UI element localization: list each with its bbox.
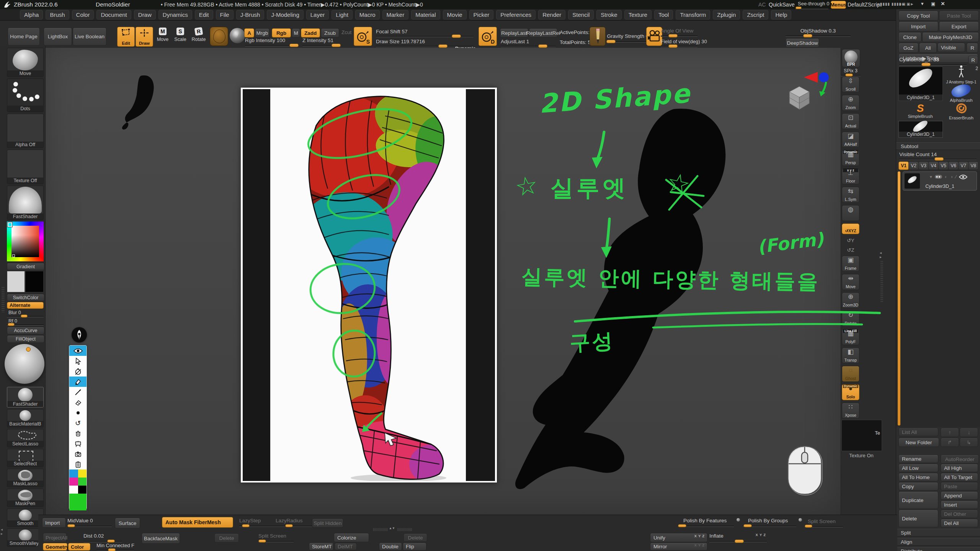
shelf-l-sym[interactable]: ⇆ L.Sym xyxy=(842,187,859,203)
storemt-button[interactable]: StoreMT xyxy=(309,543,333,551)
menu-item-dynamics[interactable]: Dynamics xyxy=(158,10,192,20)
unify-xyz[interactable]: X Y Z xyxy=(694,534,705,538)
obj-shadow-slider[interactable]: ObjShadow 0.3 xyxy=(786,28,851,36)
current-material-thumb-button[interactable]: FastShader xyxy=(7,186,44,220)
current-stroke-button[interactable]: Dots xyxy=(7,78,44,112)
menu-item-marker[interactable]: Marker xyxy=(382,10,409,20)
tab-v7[interactable]: V7 xyxy=(958,161,969,170)
shelf-xpose[interactable]: ∷ Xpose xyxy=(842,403,859,419)
shelf-move[interactable]: ⇹ Move xyxy=(842,274,859,290)
blur-slider[interactable]: Blur 0 xyxy=(7,310,44,317)
gutter-divider-arrows[interactable]: ◂▸ xyxy=(880,251,882,259)
visibility-eye-icon[interactable] xyxy=(959,174,967,179)
light-sphere[interactable] xyxy=(5,344,44,384)
sv-square[interactable] xyxy=(11,226,39,257)
shelf-xyz[interactable]: ↺XYZ xyxy=(842,223,859,234)
duplicate-button[interactable]: Duplicate xyxy=(898,491,938,509)
tool-alphabrush[interactable]: AlphaBrush xyxy=(944,85,979,104)
active-tool-r-button[interactable]: R xyxy=(968,56,978,64)
lightbox-button[interactable]: LightBox xyxy=(44,28,72,46)
active-tool-slider[interactable]: Cylinder3D_1. 33 xyxy=(899,57,977,65)
visible-count-slider[interactable]: Visible Count 14 xyxy=(899,152,977,159)
spix-slider[interactable]: SPix 3 xyxy=(841,68,861,76)
import-tool-button[interactable]: Import xyxy=(898,21,938,31)
fillobject-button[interactable]: FillObject xyxy=(7,335,44,343)
color-a-button[interactable]: A xyxy=(244,28,254,37)
current-material-button[interactable] xyxy=(210,27,228,46)
subtool-up-button[interactable]: ↑ xyxy=(941,428,959,437)
menus-toggle-button[interactable]: Menus xyxy=(831,1,846,9)
projectall-button[interactable]: ProjectAll xyxy=(43,533,67,542)
marker-tool-button[interactable] xyxy=(69,377,87,387)
shelf-transp[interactable]: ◧ Transp xyxy=(842,347,859,364)
shelf-polyf[interactable]: Line Fill ▦ PolyF xyxy=(842,329,859,345)
tray-collapse-arrows[interactable]: ◂▸ xyxy=(1,527,3,536)
menu-item-zscript[interactable]: Zscript xyxy=(743,10,768,20)
swatch-white[interactable] xyxy=(69,486,78,494)
shelf-floor[interactable]: x y z ⊥ Floor xyxy=(842,168,859,184)
camera-tool-button[interactable] xyxy=(646,27,662,46)
menu-item-stroke[interactable]: Stroke xyxy=(596,10,621,20)
menu-item-stencil[interactable]: Stencil xyxy=(568,10,594,20)
brush-masklasso-button[interactable]: MaskLasso xyxy=(7,469,44,487)
accucurve-button[interactable]: AccuCurve xyxy=(7,327,44,334)
menu-item-render[interactable]: Render xyxy=(538,10,565,20)
all-low-button[interactable]: All Low xyxy=(898,464,938,472)
swatch-green[interactable] xyxy=(78,478,87,486)
minimize-button[interactable]: ▾ xyxy=(921,1,924,7)
home-page-button[interactable]: Home Page xyxy=(8,28,40,46)
menu-item-layer[interactable]: Layer xyxy=(306,10,329,20)
adjust-last-slider[interactable]: AdjustLast 1 xyxy=(501,39,556,46)
scale-gyro-button[interactable]: S Scale xyxy=(172,27,188,45)
delete-subtool-button[interactable]: Delete xyxy=(898,510,938,527)
shelf-frame[interactable]: ▣ Frame xyxy=(842,256,859,272)
texture-preview-box[interactable]: Te xyxy=(841,420,882,451)
tab-v5[interactable]: V5 xyxy=(938,161,949,170)
switch-color-button[interactable]: SwitchColor xyxy=(7,294,44,301)
pen-tool-button[interactable] xyxy=(72,327,87,342)
dot-size-button[interactable] xyxy=(69,408,87,418)
zsub-button[interactable]: Zsub xyxy=(321,28,339,37)
alt-color-swatch[interactable] xyxy=(25,271,44,292)
rgb-intensity-slider[interactable]: Rgb Intensity 100 xyxy=(245,37,299,46)
delmt-button[interactable]: DelMT xyxy=(335,543,357,550)
subtool-scrollbar[interactable] xyxy=(898,171,900,425)
shelf-persp[interactable]: Dynamic ▦ Persp xyxy=(842,150,859,166)
material-basicmaterialb-button[interactable]: BasicMaterialB xyxy=(7,409,44,427)
paste-tool-button[interactable]: Paste Tool xyxy=(939,11,979,21)
close-button[interactable]: × xyxy=(941,0,945,8)
insert-button[interactable]: Insert xyxy=(941,500,978,509)
goz-r-button[interactable]: R xyxy=(967,43,978,53)
live-boolean-button[interactable]: Live Boolean xyxy=(73,28,106,46)
lazystep-slider[interactable]: LazyStep xyxy=(239,518,276,526)
tab-v1[interactable]: V1 xyxy=(898,161,909,170)
shelf-scroll[interactable]: ⇳ Scroll xyxy=(842,77,859,93)
double-button[interactable]: Double xyxy=(379,543,402,551)
shade-toggle-icon[interactable]: ◑ xyxy=(950,174,953,179)
menu-item-picker[interactable]: Picker xyxy=(469,10,494,20)
menu-item-material[interactable]: Material xyxy=(411,10,440,20)
tab-v6[interactable]: V6 xyxy=(948,161,959,170)
tray-scroll-strip[interactable] xyxy=(2,287,5,312)
split-hidden-button[interactable]: Split Hidden xyxy=(312,518,343,528)
shelf-zoom[interactable]: ⊕ Zoom xyxy=(842,95,859,111)
shelf-actual[interactable]: ⊡ Actual xyxy=(842,113,859,129)
replay-last-button[interactable]: ReplayLast xyxy=(500,28,528,37)
rgb-button[interactable]: Rgb xyxy=(272,28,291,37)
rename-button[interactable]: Rename xyxy=(898,455,938,463)
swatch-blue[interactable] xyxy=(69,469,78,478)
color-picker[interactable] xyxy=(7,222,44,261)
sculptris-s-button[interactable]: S xyxy=(354,27,372,46)
zadd-button[interactable]: Zadd xyxy=(301,28,320,37)
current-texture-button[interactable]: Texture Off xyxy=(7,150,44,184)
shelf-camera-lock[interactable]: ◍ xyxy=(842,205,859,221)
z-intensity-slider[interactable]: Z Intensity 51 xyxy=(302,37,341,46)
align-section-header[interactable]: Align xyxy=(896,538,980,546)
tool-simplebrush[interactable]: S SimpleBrush xyxy=(898,103,942,120)
subtool-down-button[interactable]: ↓ xyxy=(960,428,978,437)
subtool-header[interactable]: Subtool xyxy=(896,142,980,150)
distribute-section-header[interactable]: Distribute xyxy=(896,547,980,551)
menu-item-color[interactable]: Color xyxy=(72,10,94,20)
light-dot[interactable] xyxy=(26,347,31,352)
eye-tool-button[interactable] xyxy=(69,346,87,356)
